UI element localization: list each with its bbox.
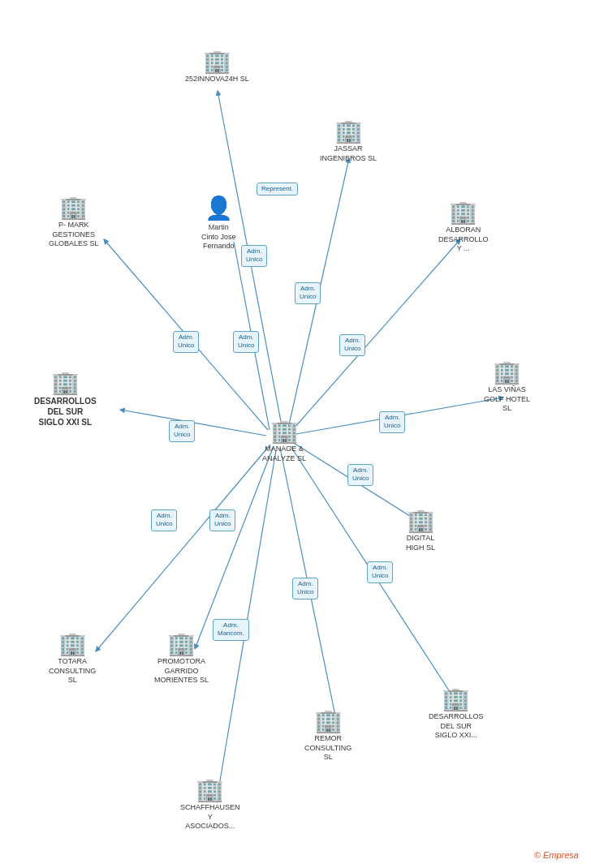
jassar-label: JASSARINGENIEROS SL <box>320 144 377 163</box>
totara-icon: 🏢 <box>58 633 87 655</box>
innova-label: 252INNOVA24H SL <box>185 75 249 84</box>
badge-adm-mancom[interactable]: Adm.Mancom. <box>213 619 249 641</box>
watermark-copyright: © <box>534 850 541 860</box>
alboran-label: ALBORANDESARROLLOY ... <box>438 226 489 254</box>
node-jassar[interactable]: 🏢 JASSARINGENIEROS SL <box>320 120 377 163</box>
badge-adm-6[interactable]: Adm.Unico <box>169 420 195 442</box>
badge-adm-7[interactable]: Adm.Unico <box>379 411 405 433</box>
desarrollos2-icon: 🏢 <box>442 688 470 711</box>
desarrollos2-label: DESARROLLOSDEL SURSIGLO XXI... <box>429 712 484 741</box>
digital-icon: 🏢 <box>407 509 435 532</box>
center-label: MANAGE & ANALYZE SL <box>252 445 317 463</box>
promotora-label: PROMOTORAGARRIDOMORIENTES SL <box>154 657 209 685</box>
center-building-icon: 🏢 <box>270 420 299 443</box>
pmark-icon: 🏢 <box>59 196 88 219</box>
promotora-icon: 🏢 <box>167 633 196 655</box>
watermark-text: Empresa <box>543 850 579 860</box>
badge-adm-8[interactable]: Adm.Unico <box>347 464 373 486</box>
node-totara[interactable]: 🏢 TOTARACONSULTINGSL <box>49 633 96 685</box>
jassar-icon: 🏢 <box>334 120 363 143</box>
martin-label: MartinCinto JoseFernando <box>201 223 236 251</box>
badge-adm-2[interactable]: Adm.Unico <box>295 282 321 304</box>
desarrollos-main-label: DESARROLLOSDEL SURSIGLO XXI SL <box>34 396 97 428</box>
martin-person-icon: 👤 <box>205 195 233 221</box>
node-remor[interactable]: 🏢 REMORCONSULTINGSL <box>304 710 352 763</box>
node-pmark[interactable]: 🏢 P- MARKGESTIONESGLOBALES SL <box>49 196 99 249</box>
node-digital[interactable]: 🏢 DIGITALHIGH SL <box>406 509 435 552</box>
innova-icon: 🏢 <box>203 50 231 73</box>
badge-adm-4[interactable]: Adm.Unico <box>233 331 259 353</box>
schaffhausen-label: SCHAFFHAUSENYASOCIADOS... <box>180 803 240 831</box>
svg-line-2 <box>294 239 460 428</box>
pmark-label: P- MARKGESTIONESGLOBALES SL <box>49 221 99 249</box>
badge-adm-10[interactable]: Adm.Unico <box>209 509 235 531</box>
badge-adm-9[interactable]: Adm.Unico <box>151 509 177 531</box>
lasvinas-label: LAS VIÑASGOLF HOTELSL <box>484 385 530 414</box>
node-alboran[interactable]: 🏢 ALBORANDESARROLLOY ... <box>438 201 489 254</box>
digital-label: DIGITALHIGH SL <box>406 534 435 552</box>
watermark: © Empresa <box>534 850 579 860</box>
badge-adm-1[interactable]: Adm.Unico <box>241 245 267 267</box>
desarrollos-main-icon: 🏢 <box>51 372 80 394</box>
node-lasvinas[interactable]: 🏢 LAS VIÑASGOLF HOTELSL <box>484 361 530 414</box>
badge-adm-5[interactable]: Adm.Unico <box>339 334 365 356</box>
badge-adm-11[interactable]: Adm.Unico <box>367 561 393 583</box>
remor-icon: 🏢 <box>314 710 343 733</box>
badge-adm-3[interactable]: Adm.Unico <box>173 331 199 353</box>
remor-label: REMORCONSULTINGSL <box>304 734 352 763</box>
badge-represent[interactable]: Represent. <box>257 183 298 196</box>
totara-label: TOTARACONSULTINGSL <box>49 657 96 685</box>
schaffhausen-icon: 🏢 <box>196 779 224 801</box>
node-martin[interactable]: 👤 MartinCinto JoseFernando <box>201 195 236 251</box>
node-schaffhausen[interactable]: 🏢 SCHAFFHAUSENYASOCIADOS... <box>180 779 240 831</box>
node-innova[interactable]: 🏢 252INNOVA24H SL <box>185 50 249 84</box>
node-promotora[interactable]: 🏢 PROMOTORAGARRIDOMORIENTES SL <box>154 633 209 685</box>
alboran-icon: 🏢 <box>449 201 477 224</box>
lasvinas-icon: 🏢 <box>493 361 521 384</box>
badge-adm-12[interactable]: Adm.Unico <box>292 578 318 599</box>
node-desarrollos-main[interactable]: 🏢 DESARROLLOSDEL SURSIGLO XXI SL <box>34 372 97 428</box>
node-desarrollos2[interactable]: 🏢 DESARROLLOSDEL SURSIGLO XXI... <box>429 688 484 741</box>
center-node[interactable]: 🏢 MANAGE & ANALYZE SL <box>252 420 317 463</box>
